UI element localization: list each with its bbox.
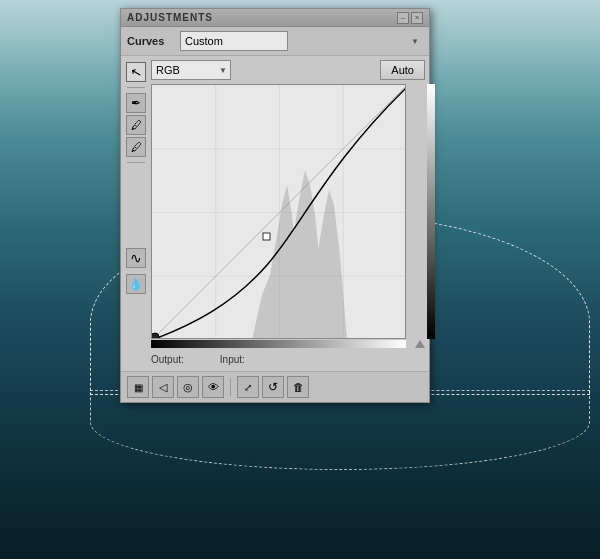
wave-icon: ∿ [130,251,142,265]
arrow-left-icon: ◁ [159,381,167,394]
title-bar: ADJUSTMENTS – × [121,9,429,27]
bottom-gradient-bar [151,340,406,348]
panel-header: Curves Custom Default Strong Contrast Li… [121,27,429,56]
eye-button[interactable]: ◎ [177,376,199,398]
auto-button[interactable]: Auto [380,60,425,80]
reset-icon: ↺ [268,380,278,394]
curves-graph[interactable] [151,84,406,339]
eyedropper-black-button[interactable]: 🖊 [126,115,146,135]
gradient-triangle [415,340,425,348]
curves-label: Curves [127,35,172,47]
link-icon: ⤢ [244,382,252,393]
visibility-button[interactable]: 👁 [202,376,224,398]
svg-rect-10 [263,233,270,240]
pencil-tool-button[interactable]: ✒ [126,93,146,113]
eyedropper-black-icon: 🖊 [131,119,142,131]
output-label: Output: [151,354,184,365]
adjustments-panel: ADJUSTMENTS – × Curves Custom Default St… [120,8,430,403]
eyedropper-gray-button[interactable]: 🖊 [126,137,146,157]
toolbar-separator-1 [127,87,145,88]
pencil-icon: ✒ [131,96,141,110]
right-gradient-bar [427,84,435,339]
eyedropper-icon: 💧 [129,278,143,291]
toolbar: ↖ ✒ 🖊 🖊 ∿ 💧 [125,60,147,367]
chart-controls: RGB Red Green Blue Auto [151,60,425,80]
channel-select[interactable]: RGB Red Green Blue [151,60,231,80]
reset-button[interactable]: ↺ [262,376,284,398]
eye-icon: ◎ [183,381,193,394]
svg-point-11 [152,333,159,339]
panel-title: ADJUSTMENTS [127,12,213,23]
curves-wrapper [151,84,425,348]
preset-select[interactable]: Custom Default Strong Contrast Linear Co… [180,31,288,51]
chart-area: RGB Red Green Blue Auto [151,60,425,367]
delete-button[interactable]: 🗑 [287,376,309,398]
eyedropper-button[interactable]: 💧 [126,274,146,294]
close-button[interactable]: × [411,12,423,24]
input-label: Input: [220,354,245,365]
visibility-icon: 👁 [208,381,219,393]
panel-footer: ▦ ◁ ◎ 👁 ⤢ ↺ 🗑 [121,371,429,402]
histogram-icon: ▦ [134,382,143,393]
toolbar-separator-2 [127,162,145,163]
title-bar-controls: – × [397,12,423,24]
curve-display-button[interactable]: ∿ [126,248,146,268]
collapse-button[interactable]: – [397,12,409,24]
histogram-button[interactable]: ▦ [127,376,149,398]
pointer-icon: ↖ [129,63,144,80]
link-button[interactable]: ⤢ [237,376,259,398]
preset-select-wrapper: Custom Default Strong Contrast Linear Co… [180,31,423,51]
channel-select-wrapper: RGB Red Green Blue [151,60,231,80]
curves-svg [152,85,406,339]
trash-icon: 🗑 [293,381,304,393]
pointer-tool-button[interactable]: ↖ [126,62,146,82]
footer-separator [230,378,231,396]
panel-body: ↖ ✒ 🖊 🖊 ∿ 💧 [121,56,429,371]
arrow-left-button[interactable]: ◁ [152,376,174,398]
io-row: Output: Input: [151,352,425,367]
eyedropper-gray-icon: 🖊 [131,141,142,153]
